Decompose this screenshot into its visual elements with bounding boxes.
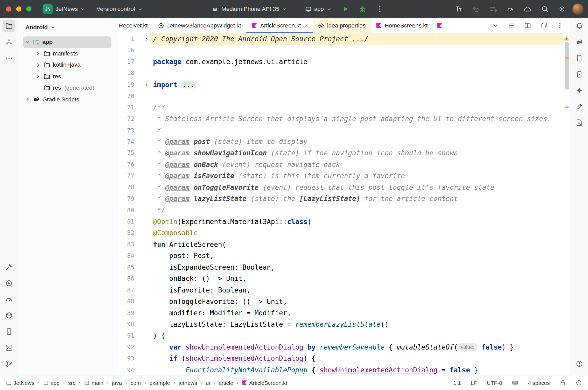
code-line-86[interactable]: 86 onBack: () -> Unit, [118,273,570,284]
run-button[interactable] [339,3,352,15]
file-writable-indicator[interactable] [559,380,566,386]
close-window-button[interactable] [6,6,11,12]
project-view-selector[interactable]: Android [18,18,118,36]
tree-item-app[interactable]: app [23,36,111,48]
problems-tool-button[interactable] [573,357,585,370]
tab-jetnewsglanceappwidget-kt[interactable]: JetnewsGlanceAppWidget.kt [153,18,246,33]
settings-button[interactable] [556,3,569,15]
code-line-18[interactable]: 18 [118,68,570,79]
vcs-widget[interactable]: Version control [94,4,145,14]
indent-style[interactable]: 4 spaces [528,380,550,386]
back-button[interactable] [470,3,482,15]
editor-options-button[interactable] [555,21,565,31]
breadcrumb-app[interactable]: app [43,380,60,386]
code-line-70[interactable]: 70 [118,90,570,102]
tab-articlescreen-kt[interactable]: ArticleScreen.kt× [246,18,313,33]
warning-stripe-mark[interactable] [565,57,568,59]
logcat-tool-button[interactable] [2,325,15,338]
code-line-80[interactable]: 80 */ [118,205,570,216]
device-selector[interactable]: Medium Phone API 35 [209,4,290,15]
project-tool-button[interactable] [2,19,15,32]
scrollbar-thumb[interactable] [565,42,569,90]
code-line-87[interactable]: 87 isFavorite: Boolean, [118,284,570,296]
code-line-88[interactable]: 88 onToggleFavorite: () -> Unit, [118,296,570,307]
code-line-82[interactable]: 82@Composable [118,227,570,239]
code-line-89[interactable]: 89 modifier: Modifier = Modifier, [118,307,570,319]
sync-button[interactable] [521,3,534,15]
profiler-button[interactable] [504,3,517,15]
breadcrumb-example[interactable]: example [150,380,170,386]
code-line-81[interactable]: 81@OptIn(ExperimentalMaterial3Api::class… [118,216,570,227]
tab-receiver-kt[interactable]: Receiver.kt [118,18,153,33]
fold-arrow-icon[interactable]: › [145,79,148,90]
tab-list-dropdown[interactable] [491,21,500,31]
inspections-status[interactable] [576,380,582,386]
tree-item-manifests[interactable]: manifests [23,48,111,59]
minimize-window-button[interactable] [16,6,21,12]
breadcrumb-main[interactable]: main [84,380,103,386]
gemini-button[interactable] [573,84,585,97]
code-line-91[interactable]: 91) { [118,330,570,342]
running-devices-button[interactable] [573,68,585,81]
chevron-right-icon[interactable] [35,51,41,57]
code-line-19[interactable]: 19›import ... [118,79,570,90]
avatar[interactable] [572,3,583,15]
breadcrumb-java[interactable]: java [112,380,122,386]
code-line-92[interactable]: 92 var showUnimplementedActionDialog by … [118,342,570,353]
warning-badge-icon[interactable] [564,36,569,41]
code-line-78[interactable]: 78 * @param onToggleFavorite (event) req… [118,182,570,193]
structure-tool-button[interactable] [2,36,15,48]
code-line-72[interactable]: 72 * Stateless Article Screen that displ… [118,113,570,125]
code-line-1[interactable]: 1›/ Copyright 2020 The Android Open Sour… [118,33,570,45]
compose-preview-button[interactable] [573,100,585,113]
code-line-79[interactable]: 79 * @param lazyListState (state) the [L… [118,193,570,205]
structure-view-button[interactable] [507,21,516,31]
tree-item-kotlin-java[interactable]: kotlin+java [23,59,111,71]
code-line-74[interactable]: 74 * @param post (state) item to display [118,136,570,148]
code-editor[interactable]: 1›/ Copyright 2020 The Android Open Sour… [118,33,570,375]
tree-item-res[interactable]: res [23,71,111,82]
chevron-right-icon[interactable] [25,96,30,102]
breadcrumb-articlescreen-kt[interactable]: ArticleScreen.kt [242,380,287,386]
more-run-actions-button[interactable] [373,3,386,15]
tree-item-res-generated[interactable]: res (generated) [23,82,111,94]
code-line-83[interactable]: 83fun ArticleScreen( [118,239,570,250]
tree-item-gradle-scripts[interactable]: Gradle Scripts [23,94,111,105]
run-config-selector[interactable]: app [302,4,334,14]
breadcrumb-article[interactable]: article [219,380,233,386]
debug-button[interactable] [356,3,369,15]
build-tool-button[interactable] [2,261,15,273]
gradle-tool-button[interactable] [573,36,585,48]
device-manager-button[interactable] [573,52,585,65]
warning-stripe-mark[interactable] [565,107,568,108]
device-streaming-button[interactable] [452,3,465,15]
code-line-73[interactable]: 73 * [118,125,570,136]
zoom-window-button[interactable] [26,6,31,12]
breadcrumb-jetnews[interactable]: jetnews [179,380,197,386]
code-line-17[interactable]: 17package com.example.jetnews.ui.article [118,56,570,68]
code-line-90[interactable]: 90 lazyListState: LazyListState = rememb… [118,319,570,330]
more-tool-windows-button[interactable] [2,52,15,65]
code-line-93[interactable]: 93 if (showUnimplementedActionDialog) { [118,353,570,364]
code-line-85[interactable]: 85 isExpandedScreen: Boolean, [118,262,570,273]
code-line-71[interactable]: 71/** [118,102,570,113]
code-line-94[interactable]: 94 FunctionalityNotAvailablePopup { show… [118,364,570,375]
code-line-16[interactable]: 16 [118,45,570,56]
line-ending[interactable]: LF [471,380,477,386]
breadcrumb-src[interactable]: src [68,380,75,386]
breadcrumb-jetnews[interactable]: JetNews [6,380,34,386]
version-control-tool-button[interactable] [2,357,15,370]
code-line-77[interactable]: 77 * @param isFavorite (state) is this i… [118,170,570,182]
code-line-75[interactable]: 75 * @param showNavigationIcon (state) i… [118,148,570,159]
terminal-tool-button[interactable] [2,341,15,354]
tab-clipped[interactable] [433,18,444,33]
task-list-button[interactable] [487,3,499,15]
detach-editor-button[interactable] [539,21,549,31]
chevron-right-icon[interactable] [35,62,41,68]
fold-arrow-icon[interactable]: › [145,33,148,45]
chevron-down-icon[interactable] [25,39,30,45]
chevron-right-icon[interactable] [35,74,41,79]
tab-homescreens-kt[interactable]: HomeScreens.kt [371,18,433,33]
caret-position[interactable]: 1:1 [453,380,461,386]
app-quality-insights-button[interactable] [2,309,15,322]
